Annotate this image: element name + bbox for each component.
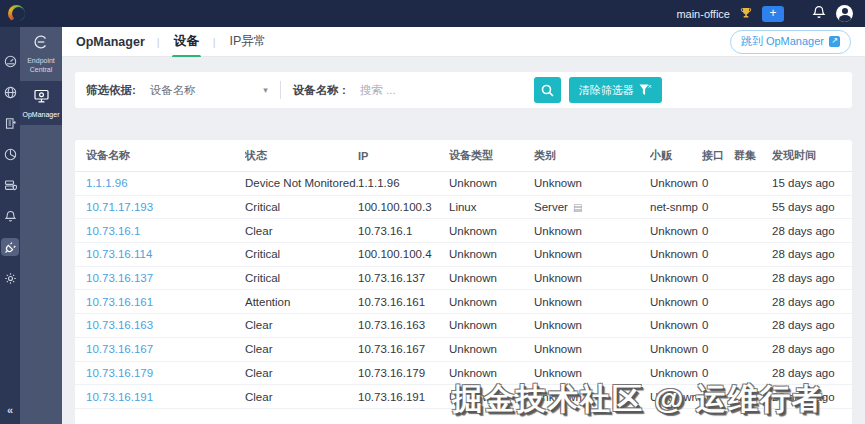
network-globe-icon[interactable] [1, 83, 19, 101]
column-header[interactable]: 群集 [734, 148, 772, 163]
column-header[interactable]: 发现时间 [772, 148, 852, 163]
device-table-body: 1.1.1.96 Device Not Monitored. 1.1.1.96 … [75, 172, 852, 409]
table-row[interactable]: 10.73.16.137 Critical 10.73.16.137 Unkno… [75, 267, 852, 291]
device-ip: 1.1.1.96 [358, 177, 449, 189]
table-row[interactable]: 10.73.16.161 Attention 10.73.16.161 Unkn… [75, 290, 852, 314]
device-category: Unknown▤ [534, 343, 650, 355]
table-row[interactable]: 10.73.16.163 Clear 10.73.16.163 Unknown … [75, 314, 852, 338]
chevron-down-icon: ▾ [263, 85, 268, 95]
device-discovered-time: 28 days ago [772, 343, 852, 355]
main-area: OpManager | 设备 | IP异常 跳到 OpManager 筛选依据:… [62, 27, 865, 424]
device-vendor: Unknown [650, 391, 702, 403]
filter-by-label: 筛选依据: [86, 83, 136, 98]
device-category: Unknown▤ [534, 225, 650, 237]
device-discovered-time: 28 days ago [772, 296, 852, 308]
filter-by-dropdown[interactable]: 设备名称 ▾ [150, 83, 268, 98]
reports-pie-icon[interactable] [1, 145, 19, 163]
device-category: Unknown▤ [534, 296, 650, 308]
device-interfaces: 0 [702, 343, 734, 355]
table-row[interactable]: 10.73.16.167 Clear 10.73.16.167 Unknown … [75, 338, 852, 362]
tab-devices[interactable]: 设备 [172, 27, 201, 57]
alerts-bell-icon[interactable] [1, 207, 19, 225]
device-vendor: Unknown [650, 296, 702, 308]
device-type: Unknown [449, 367, 534, 379]
device-discovered-time: 28 days ago [772, 248, 852, 260]
device-name-link[interactable]: 10.73.16.179 [86, 367, 245, 379]
device-name-link[interactable]: 10.71.17.193 [86, 201, 245, 213]
column-header[interactable]: IP [358, 150, 449, 162]
table-row[interactable]: 10.73.16.1 Clear 10.73.16.1 Unknown Unkn… [75, 219, 852, 243]
user-avatar[interactable] [836, 5, 853, 22]
divider [280, 81, 281, 99]
sidebar-item-endpoint-central[interactable]: Endpoint Central [20, 27, 62, 81]
collapse-chevrons-icon[interactable]: « [7, 404, 13, 416]
column-header[interactable]: 状态 [245, 148, 358, 163]
device-table: 设备名称 状态 IP 设备类型 类别 小贩 接口 群集 发现时间 1.1.1.9… [75, 140, 852, 424]
device-ip: 10.73.16.191 [358, 391, 449, 403]
device-status: Critical [245, 201, 358, 213]
column-header[interactable]: 小贩 [650, 148, 702, 163]
device-name-link[interactable]: 10.73.16.1 [86, 225, 245, 237]
device-type: Unknown [449, 225, 534, 237]
device-vendor: Unknown [650, 225, 702, 237]
tab-ip-anomaly[interactable]: IP异常 [227, 27, 268, 57]
device-vendor: Unknown [650, 177, 702, 189]
device-ip: 10.73.16.167 [358, 343, 449, 355]
device-interfaces: 0 [702, 296, 734, 308]
device-ip: 10.73.16.179 [358, 367, 449, 379]
device-name-field-label: 设备名称 : [293, 83, 346, 98]
add-button[interactable]: + [762, 6, 784, 22]
device-category: Unknown▤ [534, 177, 650, 189]
column-header[interactable]: 接口 [702, 148, 734, 163]
table-row[interactable]: 10.73.16.179 Clear 10.73.16.179 Unknown … [75, 362, 852, 386]
device-discovered-time: 28 days ago [772, 391, 852, 403]
server-security-icon[interactable] [1, 176, 19, 194]
external-link-icon [829, 36, 840, 47]
device-status: Clear [245, 319, 358, 331]
notifications-bell-icon[interactable] [812, 5, 826, 23]
device-status: Critical [245, 248, 358, 260]
device-type: Unknown [449, 272, 534, 284]
device-type: Linux [449, 201, 534, 213]
device-category: Unknown▤ [534, 248, 650, 260]
jump-to-opmanager-button[interactable]: 跳到 OpManager [730, 30, 851, 54]
table-row[interactable]: 10.73.16.114 Critical 100.100.100.4 Unkn… [75, 243, 852, 267]
device-type: Unknown [449, 177, 534, 189]
integrations-plug-icon[interactable] [1, 238, 19, 256]
device-name-link[interactable]: 10.73.16.167 [86, 343, 245, 355]
opmanager-icon [33, 88, 50, 108]
device-interfaces: 0 [702, 319, 734, 331]
dashboard-icon[interactable] [1, 52, 19, 70]
device-interfaces: 0 [702, 367, 734, 379]
search-button[interactable] [534, 77, 561, 103]
table-row[interactable]: 10.73.16.191 Clear 10.73.16.191 Unknown … [75, 385, 852, 409]
device-name-link[interactable]: 10.73.16.161 [86, 296, 245, 308]
column-header[interactable]: 类别 [534, 148, 650, 163]
device-type: Unknown [449, 248, 534, 260]
device-vendor: Unknown [650, 319, 702, 331]
device-ip: 10.73.16.137 [358, 272, 449, 284]
device-name-link[interactable]: 10.73.16.137 [86, 272, 245, 284]
device-interfaces: 0 [702, 201, 734, 213]
device-name-link[interactable]: 10.73.16.114 [86, 248, 245, 260]
clear-filter-button[interactable]: 清除筛选器 [569, 77, 662, 103]
brand-logo-icon [8, 5, 25, 22]
table-row[interactable]: 1.1.1.96 Device Not Monitored. 1.1.1.96 … [75, 172, 852, 196]
device-vendor: Unknown [650, 248, 702, 260]
device-status: Clear [245, 343, 358, 355]
device-name-link[interactable]: 10.73.16.163 [86, 319, 245, 331]
device-name-link[interactable]: 1.1.1.96 [86, 177, 245, 189]
inventory-icon[interactable] [1, 114, 19, 132]
column-header[interactable]: 设备名称 [86, 148, 245, 163]
sidebar-item-opmanager[interactable]: OpManager [20, 81, 62, 126]
left-icon-rail: « [0, 27, 20, 424]
device-status: Critical [245, 272, 358, 284]
device-category: Unknown▤ [534, 391, 650, 403]
device-vendor: Unknown [650, 367, 702, 379]
search-input[interactable] [360, 84, 520, 96]
table-row[interactable]: 10.71.17.193 Critical 100.100.100.3 Linu… [75, 196, 852, 220]
device-name-link[interactable]: 10.73.16.191 [86, 391, 245, 403]
column-header[interactable]: 设备类型 [449, 148, 534, 163]
settings-gear-icon[interactable] [1, 269, 19, 287]
device-interfaces: 0 [702, 391, 734, 403]
